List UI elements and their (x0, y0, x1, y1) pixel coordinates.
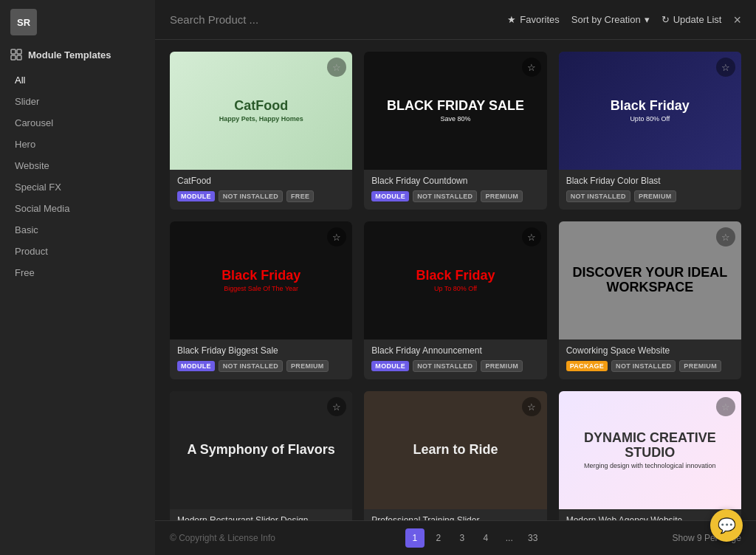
thumb-sub-text: Up To 80% Off (434, 285, 477, 292)
tag-not-installed: NOT INSTALLED (611, 360, 676, 372)
thumb-sub-text: Upto 80% Off (630, 115, 670, 123)
favorites-button[interactable]: ★ Favorites (507, 14, 559, 25)
thumb-sub-text: Merging design with technological innova… (584, 462, 716, 469)
close-button[interactable]: × (733, 13, 741, 27)
module-templates-icon (10, 49, 22, 61)
card-tags: MODULENOT INSTALLEDPREMIUM (177, 360, 345, 372)
page-btn-4[interactable]: 4 (476, 528, 495, 548)
favorite-button[interactable]: ☆ (522, 58, 541, 77)
chevron-down-icon: ▾ (645, 14, 650, 25)
card-catfood[interactable]: CatFood Happy Pets, Happy Homes ☆ CatFoo… (170, 52, 352, 210)
card-thumbnail: Black Friday Biggest Sale Of The Year ☆ (170, 221, 352, 339)
thumbnail-image: Black Friday Biggest Sale Of The Year (170, 221, 352, 339)
sidebar-item-website[interactable]: Website (0, 155, 155, 176)
card-thumbnail: Black Friday Up To 80% Off ☆ (364, 221, 546, 339)
sort-label: Sort by Creation (571, 14, 641, 25)
sidebar-item-product[interactable]: Product (0, 241, 155, 262)
card-info: Black Friday Biggest Sale MODULENOT INST… (170, 339, 352, 379)
footer: © Copyright & License Info 1234...33 Sho… (155, 520, 756, 555)
favorite-button[interactable]: ☆ (522, 397, 541, 416)
page-btn-3[interactable]: 3 (453, 528, 472, 548)
sidebar-item-slider[interactable]: Slider (0, 91, 155, 112)
main-panel: ★ Favorites Sort by Creation ▾ ↻ Update … (155, 0, 756, 555)
refresh-icon: ↻ (662, 14, 670, 25)
content-area: CatFood Happy Pets, Happy Homes ☆ CatFoo… (155, 40, 756, 520)
tag-module: MODULE (371, 361, 409, 371)
sidebar-item-special-fx[interactable]: Special FX (0, 176, 155, 198)
card-tags: MODULENOT INSTALLEDPREMIUM (371, 190, 539, 202)
card-coworking[interactable]: DISCOVER YOUR IDEAL WORKSPACE ☆ Coworkin… (559, 221, 741, 379)
card-info: CatFood MODULENOT INSTALLEDFREE (170, 170, 352, 210)
star-icon: ★ (507, 14, 516, 25)
update-list-button[interactable]: ↻ Update List (662, 14, 722, 25)
sidebar-item-social-media[interactable]: Social Media (0, 198, 155, 219)
tag-premium: PREMIUM (481, 360, 523, 372)
thumbnail-image: Black Friday Upto 80% Off (559, 52, 741, 170)
tag-package: PACKAGE (566, 361, 608, 371)
card-bfcountdown[interactable]: BLACK FRIDAY SALE Save 80% ☆ Black Frida… (364, 52, 546, 210)
search-input[interactable] (170, 13, 495, 26)
card-title: Black Friday Biggest Sale (177, 345, 345, 356)
tag-premium: PREMIUM (679, 360, 721, 372)
thumb-big-text: Black Friday (221, 269, 300, 283)
header: ★ Favorites Sort by Creation ▾ ↻ Update … (155, 0, 756, 40)
card-bfannounce[interactable]: Black Friday Up To 80% Off ☆ Black Frida… (364, 221, 546, 379)
template-grid: CatFood Happy Pets, Happy Homes ☆ CatFoo… (170, 52, 741, 520)
pagination: 1234...33 (405, 528, 543, 548)
svg-rect-2 (11, 55, 16, 60)
card-restaurant[interactable]: A Symphony of Flavors ☆ Modern Restauran… (170, 391, 352, 520)
thumb-sub-text: Happy Pets, Happy Homes (219, 115, 303, 123)
favorite-button[interactable]: ☆ (716, 227, 735, 247)
card-info: Professional Training Slider MODULENOT I… (364, 509, 546, 520)
sort-button[interactable]: Sort by Creation ▾ (571, 14, 650, 25)
tag-module: MODULE (371, 191, 409, 201)
tag-premium: PREMIUM (481, 190, 523, 202)
copyright-text: © Copyright & License Info (170, 533, 275, 543)
card-thumbnail: BLACK FRIDAY SALE Save 80% ☆ (364, 52, 546, 170)
thumb-big-text: Black Friday (416, 269, 495, 283)
sidebar-item-hero[interactable]: Hero (0, 134, 155, 155)
sidebar-item-carousel[interactable]: Carousel (0, 112, 155, 134)
tag-not-installed: NOT INSTALLED (219, 190, 283, 202)
favorites-label: Favorites (520, 14, 559, 25)
card-tags: MODULENOT INSTALLEDFREE (177, 190, 345, 202)
sidebar-section-title: Module Templates (28, 49, 111, 61)
sidebar-item-basic[interactable]: Basic (0, 219, 155, 241)
card-title: Black Friday Color Blast (566, 176, 734, 186)
card-thumbnail: Black Friday Upto 80% Off ☆ (559, 52, 741, 170)
thumb-big-text: CatFood (234, 99, 288, 114)
thumbnail-image: DYNAMIC CREATIVE STUDIO Merging design w… (559, 391, 741, 509)
card-bfbiggest[interactable]: Black Friday Biggest Sale Of The Year ☆ … (170, 221, 352, 379)
favorite-button[interactable]: ☆ (716, 58, 735, 77)
card-title: Modern Restaurant Slider Design (177, 515, 345, 520)
tag-module: MODULE (177, 361, 215, 371)
sidebar-item-free[interactable]: Free (0, 262, 155, 283)
page-btn-33[interactable]: 33 (523, 528, 543, 548)
card-agency[interactable]: DYNAMIC CREATIVE STUDIO Merging design w… (559, 391, 741, 520)
tag-not-installed: NOT INSTALLED (413, 360, 477, 372)
svg-rect-3 (17, 55, 21, 60)
card-thumbnail: CatFood Happy Pets, Happy Homes ☆ (170, 52, 352, 170)
page-btn-1[interactable]: 1 (405, 528, 425, 548)
sidebar: SR Module Templates AllSliderCarouselHer… (0, 0, 155, 555)
favorite-button[interactable]: ☆ (716, 397, 735, 416)
sidebar-item-all[interactable]: All (0, 69, 155, 91)
tag-not-installed: NOT INSTALLED (219, 360, 283, 372)
page-btn-...[interactable]: ... (500, 528, 519, 548)
thumb-big-text: A Symphony of Flavors (187, 443, 334, 458)
chat-bubble[interactable]: 💬 (710, 509, 743, 542)
tag-not-installed: NOT INSTALLED (566, 190, 630, 202)
svg-rect-0 (11, 49, 16, 54)
card-info: Black Friday Announcement MODULENOT INST… (364, 339, 546, 379)
header-actions: ★ Favorites Sort by Creation ▾ ↻ Update … (507, 13, 741, 27)
tag-premium: PREMIUM (634, 190, 676, 202)
card-bfcolorblast[interactable]: Black Friday Upto 80% Off ☆ Black Friday… (559, 52, 741, 210)
card-title: Black Friday Announcement (371, 345, 539, 356)
favorite-button[interactable]: ☆ (522, 227, 541, 247)
thumbnail-image: Learn to Ride (364, 391, 546, 509)
thumb-big-text: Learn to Ride (413, 443, 498, 458)
tag-not-installed: NOT INSTALLED (413, 190, 477, 202)
card-training[interactable]: Learn to Ride ☆ Professional Training Sl… (364, 391, 546, 520)
thumbnail-image: Black Friday Up To 80% Off (364, 221, 546, 339)
page-btn-2[interactable]: 2 (429, 528, 448, 548)
